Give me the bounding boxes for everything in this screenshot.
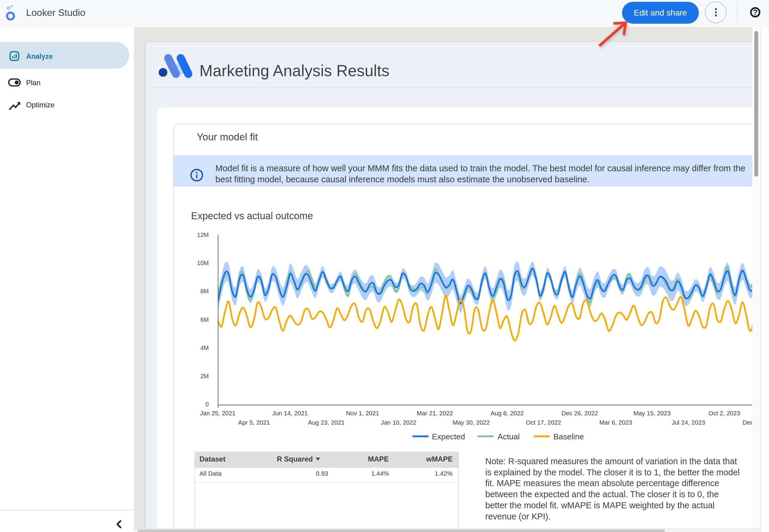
- svg-text:?: ?: [753, 8, 758, 17]
